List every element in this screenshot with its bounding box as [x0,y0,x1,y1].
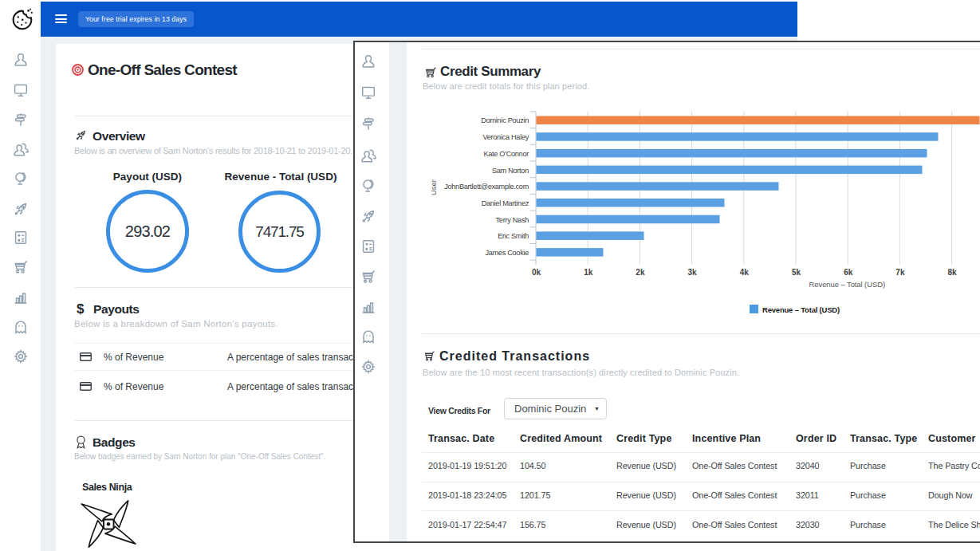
svg-text:1k: 1k [584,268,593,277]
svg-text:User: User [429,179,438,195]
svg-text:7k: 7k [895,268,905,277]
svg-text:8k: 8k [948,268,958,277]
svg-text:3k: 3k [688,268,698,277]
svg-text:5k: 5k [792,268,801,277]
svg-text:Sam Norton: Sam Norton [492,167,529,175]
svg-text:JohnBartlett@example.com: JohnBartlett@example.com [444,183,529,191]
svg-text:Terry Nash: Terry Nash [496,216,529,224]
svg-text:Dominic Pouzin: Dominic Pouzin [481,116,529,124]
svg-text:6k: 6k [844,268,853,277]
svg-text:2k: 2k [636,268,645,277]
svg-text:0k: 0k [532,268,541,277]
svg-text:Daniel Martinez: Daniel Martinez [482,199,529,207]
svg-text:Revenue – Total (USD): Revenue – Total (USD) [762,305,840,314]
svg-text:Kate O'Connor: Kate O'Connor [483,150,529,158]
svg-text:Eric Smith: Eric Smith [498,232,529,240]
svg-text:Veronica Haley: Veronica Haley [482,133,529,141]
svg-text:James Cookie: James Cookie [485,249,529,257]
svg-text:Revenue – Total (USD): Revenue – Total (USD) [809,280,885,289]
svg-text:4k: 4k [740,268,750,277]
